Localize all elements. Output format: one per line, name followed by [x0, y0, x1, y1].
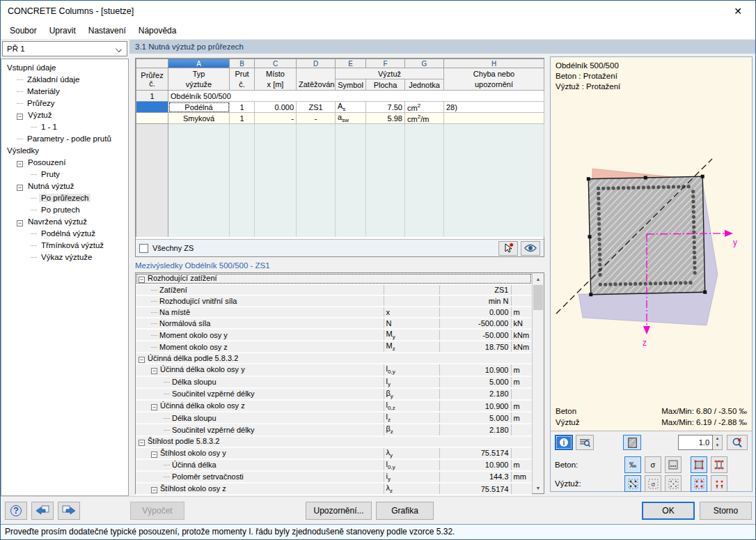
collapse-box-icon[interactable]: − [17, 185, 23, 191]
table-cell[interactable]: cm2/m [405, 113, 444, 124]
sidebar-item[interactable]: Vstupní údaje [1, 62, 128, 74]
table-cell[interactable]: ZS1 [297, 102, 336, 113]
table-cell[interactable]: Podélná [168, 102, 230, 113]
collapse-box-icon[interactable]: − [151, 487, 157, 493]
sidebar-item[interactable]: Základní údaje [1, 74, 128, 86]
collapse-box-icon[interactable]: − [139, 277, 145, 283]
table-cell[interactable]: 5.98 [366, 113, 405, 124]
mezivysledky-row[interactable]: Rozhodující vnitřní sílamin N [136, 295, 532, 307]
search-details-button[interactable] [576, 435, 594, 450]
table-cell[interactable]: - [297, 113, 336, 124]
menu-nastaveni[interactable]: Nastavení [82, 22, 132, 39]
mezivysledky-row[interactable]: Moment okolo osy zMz18.750kNm [136, 341, 532, 353]
mezivysledky-row[interactable]: −Štíhlost okolo osy yλy75.5174 [136, 447, 532, 459]
collapse-box-icon[interactable]: − [151, 404, 157, 410]
beton-stirrup-button[interactable] [711, 456, 727, 473]
sidebar-item[interactable]: 1 - 1 [1, 121, 128, 133]
sidebar-item[interactable]: Třmínková výztuž [1, 240, 128, 252]
scrollbar-up-icon[interactable]: ▲ [533, 273, 544, 284]
menu-upravit[interactable]: Upravit [43, 22, 82, 39]
next-table-button[interactable] [58, 502, 80, 520]
graphics-button[interactable]: Grafika [376, 502, 434, 520]
rebar-strain-button[interactable] [624, 475, 641, 492]
beton-stress-button[interactable]: σ [645, 456, 661, 473]
cancel-button[interactable]: Storno [700, 502, 752, 520]
menu-napoveda[interactable]: Nápověda [132, 22, 183, 39]
sidebar-item[interactable]: −Výztuž [1, 109, 128, 121]
sidebar-item[interactable]: −Navržená výztuž [1, 216, 128, 228]
scrollbar-down-icon[interactable]: ▼ [533, 482, 544, 493]
sidebar-item[interactable]: −Posouzení [1, 157, 128, 169]
table-row[interactable]: Smyková1--asw5.98cm2/m [136, 113, 544, 124]
rebar-stress-button[interactable]: σ [645, 475, 661, 492]
collapse-box-icon[interactable]: − [151, 452, 157, 458]
mezivysledky-row[interactable]: Součinitel vzpěrné délkyβz2.180 [136, 424, 532, 435]
mezivysledky-row[interactable]: −Účinná délka okolo osy yl0,y10.900m [136, 364, 532, 376]
mezivysledky-row[interactable]: Součinitel vzpěrné délkyβy2.180 [136, 388, 532, 400]
beton-values-button[interactable] [665, 456, 682, 473]
section-3d-view[interactable]: Obdélník 500/500 Beton : Protažení Výztu… [551, 57, 752, 431]
sidebar-item[interactable]: Materiály [1, 86, 128, 98]
stepper-down-icon[interactable]: ▼ [713, 442, 722, 449]
mezivysledky-row[interactable]: Moment okolo osy yMy-50.000kNm [136, 329, 532, 341]
sidebar-item[interactable]: Výsledky [1, 145, 128, 157]
table-cell[interactable]: As [336, 102, 366, 113]
sidebar-item[interactable]: −Nutná výztuž [1, 180, 128, 192]
menu-soubor[interactable]: Soubor [3, 22, 43, 39]
zoom-reset-button[interactable]: ✕ [727, 435, 748, 450]
table-cell[interactable] [136, 113, 168, 124]
table-row[interactable]: Podélná10.000ZS1As7.50cm228) [136, 102, 544, 113]
rebar-direction-button[interactable] [711, 475, 727, 492]
table-cell[interactable] [444, 113, 544, 124]
mezivysledky-row[interactable]: Délka sloupuly5.000m [136, 376, 532, 388]
mezivysledky-row[interactable]: −Rozhodující zatížení [136, 273, 532, 284]
collapse-box-icon[interactable]: − [17, 114, 23, 120]
table-cell[interactable]: 1 [230, 102, 255, 113]
scale-input[interactable]: 1.0 [678, 435, 713, 450]
sidebar-item[interactable]: Po prutech [1, 204, 128, 216]
stepper-up-icon[interactable]: ▲ [713, 435, 722, 442]
sidebar-item[interactable]: Podélná výztuž [1, 228, 128, 240]
close-icon[interactable]: ✕ [727, 6, 748, 17]
ok-button[interactable]: OK [642, 502, 695, 520]
scrollbar-thumb[interactable] [533, 285, 543, 310]
rebar-values-button[interactable] [665, 475, 682, 492]
table-cell[interactable]: 0.000 [255, 102, 297, 113]
sidebar-item[interactable]: Pruty [1, 169, 128, 180]
section-group-row[interactable]: 1 Obdélník 500/500 [136, 91, 544, 102]
collapse-box-icon[interactable]: − [139, 440, 145, 446]
all-zs-checkbox[interactable] [139, 244, 148, 253]
mezivysledky-row[interactable]: ZatíženíZS1 [136, 284, 532, 295]
table-cell[interactable]: - [255, 113, 297, 124]
sidebar-item[interactable]: Parametry - podle prutů [1, 133, 128, 145]
hatch-display-button[interactable] [623, 435, 641, 450]
collapse-box-icon[interactable]: − [17, 161, 23, 167]
sidebar-item[interactable]: Průřezy [1, 98, 128, 109]
help-button[interactable]: ? [5, 502, 27, 520]
mezivysledky-row[interactable]: −Účinná délka okolo osy zl0,z10.900m [136, 400, 532, 412]
mezivysledky-row[interactable]: Na místěx0.000m [136, 307, 532, 318]
table-cell[interactable]: cm2 [405, 102, 444, 113]
mezivysledky-row[interactable]: Délka sloupulz5.000m [136, 412, 532, 424]
rebar-position-button[interactable] [691, 475, 707, 492]
warnings-button[interactable]: Upozornění... [306, 502, 372, 520]
collapse-box-icon[interactable]: − [139, 357, 145, 363]
mezivysledky-row[interactable]: Normálová sílaN-500.000kN [136, 318, 532, 329]
view-result-button[interactable] [521, 241, 540, 256]
mezivysledky-row[interactable]: Účinná délkal0,y10.900m [136, 459, 532, 471]
mezivysledky-row[interactable]: Poloměr setrvačnostiiy144.3mm [136, 471, 532, 483]
collapse-box-icon[interactable]: − [17, 220, 23, 226]
pick-load-case-button[interactable]: ✱ [498, 241, 518, 256]
beton-section-button[interactable] [691, 456, 707, 473]
mezivysledky-row[interactable]: −Štíhlost podle 5.8.3.2 [136, 436, 532, 447]
info-toggle-button[interactable]: i [555, 435, 573, 450]
sidebar-item[interactable]: Výkaz výztuže [1, 252, 128, 263]
collapse-box-icon[interactable]: − [151, 368, 157, 374]
table-cell[interactable]: 1 [230, 113, 255, 124]
table-cell[interactable] [136, 102, 168, 113]
table-cell[interactable]: 28) [444, 102, 544, 113]
table-cell[interactable]: 7.50 [366, 102, 405, 113]
previous-table-button[interactable] [31, 502, 54, 520]
case-dropdown[interactable]: PŘ 1 [2, 41, 127, 56]
table-cell[interactable]: asw [336, 113, 366, 124]
